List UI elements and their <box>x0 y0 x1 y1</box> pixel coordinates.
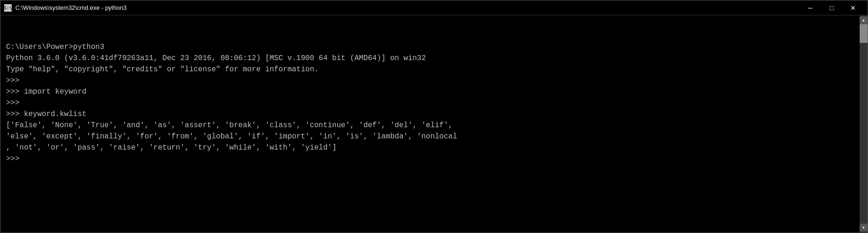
console-line: >>> import keyword <box>6 86 854 97</box>
console-line: >>> <box>6 75 854 86</box>
titlebar: C:\ C:\Windows\system32\cmd.exe - python… <box>0 0 868 15</box>
console-output[interactable]: C:\Users\Power>python3Python 3.6.0 (v3.6… <box>0 15 860 233</box>
scrollbar-track[interactable] <box>860 24 868 224</box>
console-line: Python 3.6.0 (v3.6.0:41df79263a11, Dec 2… <box>6 53 854 64</box>
console-area: C:\Users\Power>python3Python 3.6.0 (v3.6… <box>0 15 868 233</box>
console-line: 'else', 'except', 'finally', 'for', 'fro… <box>6 131 854 142</box>
console-line: C:\Users\Power>python3 <box>6 41 854 53</box>
console-line: ['False', 'None', 'True', 'and', 'as', '… <box>6 120 854 131</box>
console-line: , 'not', 'or', 'pass', 'raise', 'return'… <box>6 142 854 153</box>
scroll-up-arrow[interactable]: ▲ <box>860 16 868 24</box>
console-line: >>> keyword.kwlist <box>6 109 854 120</box>
close-button[interactable]: ✕ <box>842 0 864 15</box>
scroll-down-arrow[interactable]: ▼ <box>860 224 868 232</box>
window-controls: ─ □ ✕ <box>800 0 864 15</box>
console-line: Type "help", "copyright", "credits" or "… <box>6 64 854 75</box>
app-icon: C:\ <box>4 4 12 12</box>
minimize-button[interactable]: ─ <box>800 0 821 15</box>
window-title: C:\Windows\system32\cmd.exe - python3 <box>15 4 800 11</box>
cmd-window: C:\ C:\Windows\system32\cmd.exe - python… <box>0 0 868 233</box>
console-line: >>> <box>6 97 854 109</box>
scrollbar-thumb[interactable] <box>860 24 868 43</box>
console-line: >>> <box>6 153 854 164</box>
maximize-button[interactable]: □ <box>821 0 842 15</box>
scrollbar[interactable]: ▲ ▼ <box>860 15 868 233</box>
